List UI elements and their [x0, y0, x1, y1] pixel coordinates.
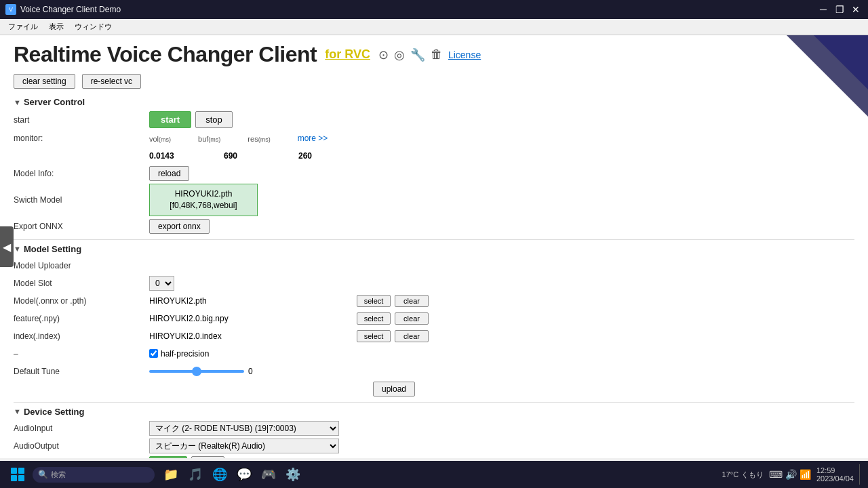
system-tray-icons: ⌨ 🔊 📶 [769, 469, 811, 480]
model-select-button[interactable]: HIROYUKI2.pth [f0,48K,768,webui] [149, 184, 258, 216]
weather-text: くもり [741, 470, 764, 480]
side-collapse-button[interactable]: ◀ [0, 226, 14, 267]
upload-button[interactable]: upload [373, 382, 415, 396]
buf-monitor: buf(ms) [198, 135, 220, 143]
audio-output-select[interactable]: スピーカー (Realtek(R) Audio) [149, 439, 339, 453]
index-value: HIROYUKI2.0.index [149, 331, 353, 341]
more-link[interactable]: more >> [298, 134, 328, 143]
app-header: Realtime Voice Changer Client for RVC ⊙ … [14, 42, 854, 67]
feature-clear-button[interactable]: clear [395, 312, 429, 325]
restore-button[interactable]: ❐ [833, 3, 846, 16]
title-bar-controls[interactable]: ─ ❐ ✕ [816, 3, 863, 16]
model-onnx-row: Model(.onnx or .pth) HIROYUKI2.pth selec… [14, 293, 854, 308]
index-clear-button[interactable]: clear [395, 330, 429, 342]
half-precision-controls: half-precision [149, 349, 854, 359]
monitor-label-text: monitor: [14, 134, 149, 143]
taskbar-search-box[interactable]: 🔍 検索 [33, 467, 155, 483]
minimize-button[interactable]: ─ [816, 3, 830, 16]
audio-input-row: AudioInput マイク (2- RODE NT-USB) (19|7:00… [14, 421, 854, 436]
date-display: 2023/04/04 [816, 474, 854, 483]
switch-model-row: Swicth Model HIROYUKI2.pth [f0,48K,768,w… [14, 184, 854, 216]
clear-setting-button[interactable]: clear setting [14, 74, 75, 89]
model-onnx-clear-button[interactable]: clear [395, 295, 429, 307]
server-start-row: start start stop [14, 111, 854, 128]
title-bar-left: V Voice Changer Client Demo [5, 4, 121, 15]
monitor-values-row: 0.0143 690 260 [14, 148, 854, 163]
device-start-button[interactable]: start [149, 456, 187, 458]
half-precision-checkbox[interactable] [149, 349, 158, 358]
default-tune-slider[interactable] [149, 370, 244, 373]
index-row: index(.index) HIROYUKI2.0.index select c… [14, 329, 854, 344]
taskbar-app5-icon[interactable]: ⚙️ [282, 464, 304, 485]
output-record-row: output record start stop [14, 456, 854, 458]
top-buttons: clear setting re-select vc [14, 74, 854, 89]
feature-label: feature(.npy) [14, 314, 149, 323]
model-slot-select[interactable]: 0123 [149, 276, 174, 291]
start-menu-button[interactable] [5, 462, 30, 487]
delete-icon[interactable]: 🗑 [431, 47, 443, 62]
feature-value: HIROYUKI2.0.big.npy [149, 314, 353, 323]
server-stop-button[interactable]: stop [195, 111, 233, 128]
export-onnx-row: Export ONNX export onnx [14, 219, 854, 234]
audio-input-label: AudioInput [14, 424, 149, 433]
audio-input-controls: マイク (2- RODE NT-USB) (19|7:0003) [149, 421, 854, 436]
taskbar-app4-icon[interactable]: 🎮 [258, 464, 279, 485]
server-start-button[interactable]: start [149, 111, 191, 128]
half-precision-label-spacer: – [14, 349, 149, 359]
taskbar-right: 17°C くもり ⌨ 🔊 📶 12:59 2023/04/04 [722, 464, 863, 485]
model-uploader-label: Model Uploader [14, 261, 149, 270]
menu-bar: ファイル 表示 ウィンドウ [0, 19, 868, 35]
taskbar-app1-icon[interactable]: 🎵 [184, 464, 206, 485]
model-params: [f0,48K,768,webui] [161, 200, 246, 211]
start-label-text: start [14, 115, 149, 125]
taskbar-app3-icon[interactable]: 💬 [233, 464, 255, 485]
model-setting-toggle[interactable]: ▼ [14, 245, 21, 253]
server-control-toggle[interactable]: ▼ [14, 98, 21, 106]
default-tune-label: Default Tune [14, 367, 149, 376]
audio-output-controls: スピーカー (Realtek(R) Audio) [149, 439, 854, 453]
menu-view[interactable]: 表示 [46, 20, 66, 33]
audio-input-select[interactable]: マイク (2- RODE NT-USB) (19|7:0003) [149, 421, 339, 436]
weather-info: 17°C くもり [722, 470, 764, 480]
rvc-badge: for RVC [325, 47, 370, 62]
re-select-vc-button[interactable]: re-select vc [82, 74, 141, 89]
divider-1 [14, 239, 854, 240]
half-precision-text: half-precision [161, 349, 209, 359]
taskbar-explorer-icon[interactable]: 📁 [160, 464, 182, 485]
model-slot-controls: 0123 [149, 276, 854, 291]
export-onnx-button[interactable]: export onnx [149, 219, 210, 234]
taskbar: 🔍 検索 📁 🎵 🌐 💬 🎮 ⚙️ 17°C くもり ⌨ 🔊 📶 12:59 2… [0, 461, 868, 488]
license-link[interactable]: License [448, 49, 481, 60]
search-text: 検索 [51, 470, 66, 480]
vol-value: 0.0143 [149, 151, 190, 161]
switch-model-label: Swicth Model [14, 195, 149, 205]
device-stop-button[interactable]: stop [191, 456, 224, 458]
settings-icon[interactable]: 🔧 [410, 47, 425, 62]
temp-text: 17°C [722, 470, 739, 479]
model-slot-row: Model Slot 0123 [14, 276, 854, 291]
github-icon[interactable]: ⊙ [378, 47, 389, 62]
buf-label: buf(ms) [198, 135, 220, 143]
main-content: ◀ Realtime Voice Changer Client for RVC … [0, 35, 868, 458]
menu-file[interactable]: ファイル [5, 20, 41, 33]
vol-label: vol(ms) [149, 135, 171, 143]
close-button[interactable]: ✕ [849, 3, 863, 16]
upload-row: upload [14, 382, 854, 396]
audio-output-row: AudioOutput スピーカー (Realtek(R) Audio) [14, 439, 854, 453]
model-onnx-select-button[interactable]: select [357, 295, 391, 307]
server-control-section: ▼ Server Control start start stop monito… [14, 97, 854, 234]
half-precision-checkbox-label[interactable]: half-precision [149, 349, 209, 359]
info-icon[interactable]: ◎ [394, 47, 405, 62]
res-value: 260 [298, 151, 339, 161]
menu-window[interactable]: ウィンドウ [72, 20, 115, 33]
index-select-button[interactable]: select [357, 330, 391, 342]
show-desktop-button[interactable] [859, 464, 863, 485]
model-onnx-label: Model(.onnx or .pth) [14, 296, 149, 306]
server-control-header: ▼ Server Control [14, 97, 854, 107]
device-setting-toggle[interactable]: ▼ [14, 407, 21, 415]
reload-button[interactable]: reload [149, 166, 189, 181]
taskbar-app2-icon[interactable]: 🌐 [209, 464, 231, 485]
feature-select-button[interactable]: select [357, 312, 391, 325]
corner-inner-decoration [814, 35, 868, 89]
monitor-values: vol(ms) buf(ms) res(ms) more >> [149, 134, 328, 143]
